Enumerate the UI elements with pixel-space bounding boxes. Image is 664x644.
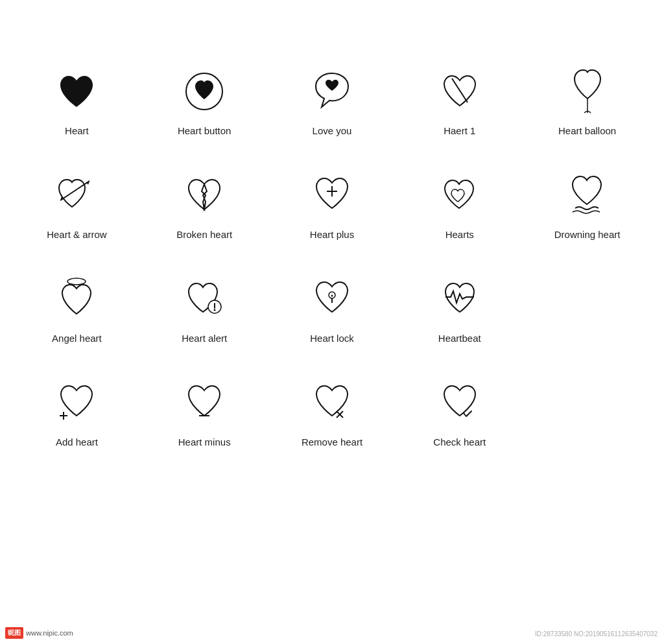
broken-heart-icon <box>178 169 230 221</box>
heart-lock-label: Heart lock <box>310 333 354 344</box>
icon-cell-heart-lock: Heart lock <box>268 246 396 350</box>
icon-cell-heart-plus: Heart plus <box>268 143 396 246</box>
icon-cell-angel-heart: Angel heart <box>13 246 141 350</box>
haert-1-icon <box>434 66 486 117</box>
heart-lock-icon <box>306 273 358 325</box>
icon-cell-hearts: Hearts <box>396 143 523 246</box>
empty-cell-2 <box>523 350 651 454</box>
icon-cell-heart-button: Heart button <box>141 39 268 143</box>
heart-icon <box>51 66 102 117</box>
watermark-logo: 昵图 www.nipic.com <box>5 627 73 639</box>
hearts-icon <box>434 169 486 221</box>
heart-balloon-label: Heart balloon <box>558 125 616 136</box>
heart-plus-icon <box>306 169 358 221</box>
icon-cell-heart-minus: Heart minus <box>141 350 268 454</box>
icon-cell-haert-1: Haert 1 <box>396 39 523 143</box>
drowning-heart-label: Drowning heart <box>554 229 621 240</box>
heart-alert-icon <box>178 273 230 325</box>
heart-minus-label: Heart minus <box>178 436 231 447</box>
angel-heart-label: Angel heart <box>52 333 102 344</box>
icon-cell-remove-heart: Remove heart <box>268 350 396 454</box>
svg-point-11 <box>213 309 215 311</box>
icon-grid: Heart Heart button Love you <box>0 0 664 467</box>
love-you-icon <box>306 66 358 117</box>
heart-arrow-label: Heart & arrow <box>47 229 107 240</box>
add-heart-label: Add heart <box>56 436 98 447</box>
add-heart-icon <box>51 377 102 429</box>
remove-heart-label: Remove heart <box>302 436 362 447</box>
heart-button-label: Heart button <box>178 125 231 136</box>
empty-cell-1 <box>523 246 651 350</box>
heart-alert-label: Heart alert <box>182 333 227 344</box>
heart-balloon-icon <box>562 66 613 117</box>
icon-cell-heart: Heart <box>13 39 141 143</box>
icon-cell-love-you: Love you <box>268 39 396 143</box>
svg-point-14 <box>331 295 333 297</box>
heartbeat-label: Heartbeat <box>438 333 481 344</box>
icon-cell-check-heart: Check heart <box>396 350 523 454</box>
heart-minus-icon <box>178 377 230 429</box>
watermark-url: www.nipic.com <box>26 629 73 637</box>
heart-arrow-icon <box>51 169 102 221</box>
svg-point-8 <box>67 278 86 285</box>
haert-1-label: Haert 1 <box>444 125 475 136</box>
icon-cell-heartbeat: Heartbeat <box>396 246 523 350</box>
love-you-label: Love you <box>313 125 352 136</box>
icon-cell-broken-heart: Broken heart <box>141 143 268 246</box>
icon-cell-add-heart: Add heart <box>13 350 141 454</box>
heart-label: Heart <box>65 125 89 136</box>
check-heart-icon <box>434 377 486 429</box>
hearts-label: Hearts <box>445 229 474 240</box>
svg-line-1 <box>452 78 468 102</box>
icon-cell-heart-arrow: Heart & arrow <box>13 143 141 246</box>
watermark-id: ID:28733580 NO:20190516112635407032 <box>535 630 658 638</box>
drowning-heart-icon <box>562 169 613 221</box>
logo-box: 昵图 <box>5 627 23 639</box>
heart-plus-label: Heart plus <box>310 229 354 240</box>
icon-cell-heart-balloon: Heart balloon <box>523 39 651 143</box>
broken-heart-label: Broken heart <box>176 229 232 240</box>
icon-cell-drowning-heart: Drowning heart <box>523 143 651 246</box>
heartbeat-icon <box>434 273 486 325</box>
heart-button-icon <box>178 66 230 117</box>
remove-heart-icon <box>306 377 358 429</box>
icon-cell-heart-alert: Heart alert <box>141 246 268 350</box>
check-heart-label: Check heart <box>433 436 486 447</box>
angel-heart-icon <box>51 273 102 325</box>
